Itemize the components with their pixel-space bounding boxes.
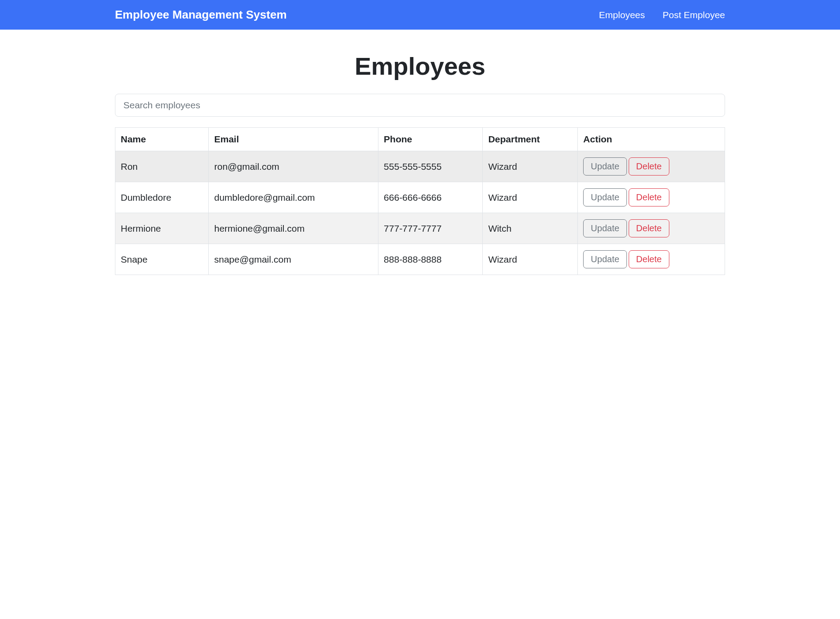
update-button[interactable]: Update: [583, 157, 627, 176]
col-action: Action: [578, 128, 725, 151]
cell-name: Snape: [115, 244, 209, 275]
delete-button[interactable]: Delete: [629, 219, 669, 237]
cell-action: UpdateDelete: [578, 151, 725, 182]
navbar-nav: Employees Post Employee: [599, 10, 725, 20]
table-header-row: Name Email Phone Department Action: [115, 128, 725, 151]
main-container: Employees Name Email Phone Department Ac…: [57, 52, 783, 275]
cell-phone: 888-888-8888: [378, 244, 483, 275]
col-department: Department: [483, 128, 578, 151]
search-input[interactable]: [115, 94, 725, 117]
cell-email: snape@gmail.com: [209, 244, 378, 275]
update-button[interactable]: Update: [583, 188, 627, 206]
table-row: Snapesnape@gmail.com888-888-8888WizardUp…: [115, 244, 725, 275]
update-button[interactable]: Update: [583, 250, 627, 268]
navbar-brand[interactable]: Employee Management System: [115, 8, 287, 22]
delete-button[interactable]: Delete: [629, 157, 669, 176]
cell-name: Dumbledore: [115, 182, 209, 213]
cell-email: hermione@gmail.com: [209, 213, 378, 244]
nav-link-post-employee[interactable]: Post Employee: [663, 10, 725, 20]
cell-phone: 555-555-5555: [378, 151, 483, 182]
col-name: Name: [115, 128, 209, 151]
page-title: Employees: [115, 52, 725, 80]
table-row: Dumbledoredumbledore@gmail.com666-666-66…: [115, 182, 725, 213]
table-row: Hermionehermione@gmail.com777-777-7777Wi…: [115, 213, 725, 244]
cell-department: Wizard: [483, 182, 578, 213]
col-phone: Phone: [378, 128, 483, 151]
delete-button[interactable]: Delete: [629, 188, 669, 206]
cell-name: Hermione: [115, 213, 209, 244]
cell-name: Ron: [115, 151, 209, 182]
cell-department: Wizard: [483, 244, 578, 275]
cell-department: Wizard: [483, 151, 578, 182]
cell-email: dumbledore@gmail.com: [209, 182, 378, 213]
delete-button[interactable]: Delete: [629, 250, 669, 268]
cell-action: UpdateDelete: [578, 244, 725, 275]
update-button[interactable]: Update: [583, 219, 627, 237]
navbar: Employee Management System Employees Pos…: [0, 0, 840, 30]
employees-table: Name Email Phone Department Action Ronro…: [115, 127, 725, 275]
nav-link-employees[interactable]: Employees: [599, 10, 645, 20]
cell-phone: 777-777-7777: [378, 213, 483, 244]
cell-email: ron@gmail.com: [209, 151, 378, 182]
table-row: Ronron@gmail.com555-555-5555WizardUpdate…: [115, 151, 725, 182]
cell-phone: 666-666-6666: [378, 182, 483, 213]
cell-action: UpdateDelete: [578, 182, 725, 213]
cell-action: UpdateDelete: [578, 213, 725, 244]
col-email: Email: [209, 128, 378, 151]
cell-department: Witch: [483, 213, 578, 244]
